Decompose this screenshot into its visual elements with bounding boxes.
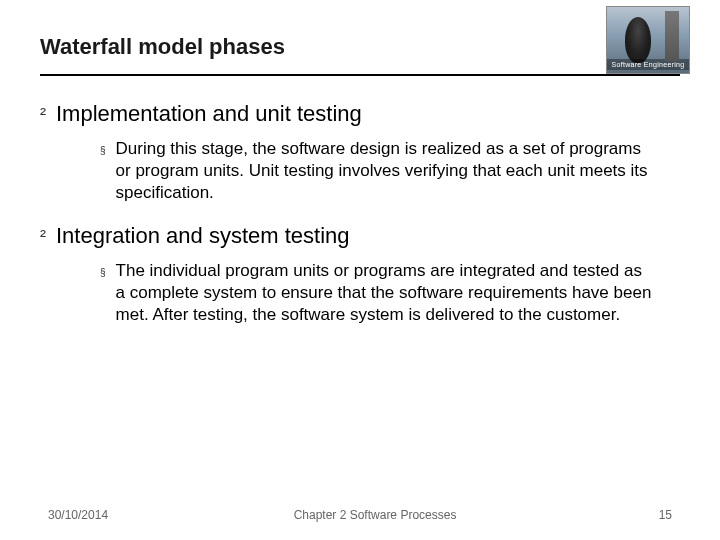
slide-content: ² Implementation and unit testing § Duri…: [0, 76, 720, 326]
square-bullet-icon: §: [100, 260, 106, 284]
square-bullet-icon: §: [100, 138, 106, 162]
diamond-bullet-icon: ²: [40, 100, 46, 128]
slide-title: Waterfall model phases: [40, 34, 680, 60]
section-body-list: § During this stage, the software design…: [40, 128, 664, 204]
section-body-list: § The individual program units or progra…: [40, 250, 664, 326]
footer-chapter: Chapter 2 Software Processes: [108, 508, 642, 522]
list-item: § The individual program units or progra…: [100, 260, 664, 326]
section-body: During this stage, the software design i…: [116, 138, 656, 204]
slide-header: Waterfall model phases: [0, 0, 720, 60]
footer-page-number: 15: [642, 508, 672, 522]
slide-footer: 30/10/2014 Chapter 2 Software Processes …: [0, 508, 720, 522]
section-integration: ² Integration and system testing § The i…: [40, 222, 664, 326]
list-item: § During this stage, the software design…: [100, 138, 664, 204]
slide: Software Engineering Waterfall model pha…: [0, 0, 720, 540]
section-heading: Integration and system testing: [56, 222, 350, 250]
book-cover-label: Software Engineering: [607, 59, 689, 70]
section-implementation: ² Implementation and unit testing § Duri…: [40, 100, 664, 204]
diamond-bullet-icon: ²: [40, 222, 46, 250]
section-body: The individual program units or programs…: [116, 260, 656, 326]
section-heading-row: ² Implementation and unit testing: [40, 100, 664, 128]
section-heading: Implementation and unit testing: [56, 100, 362, 128]
footer-date: 30/10/2014: [48, 508, 108, 522]
section-heading-row: ² Integration and system testing: [40, 222, 664, 250]
